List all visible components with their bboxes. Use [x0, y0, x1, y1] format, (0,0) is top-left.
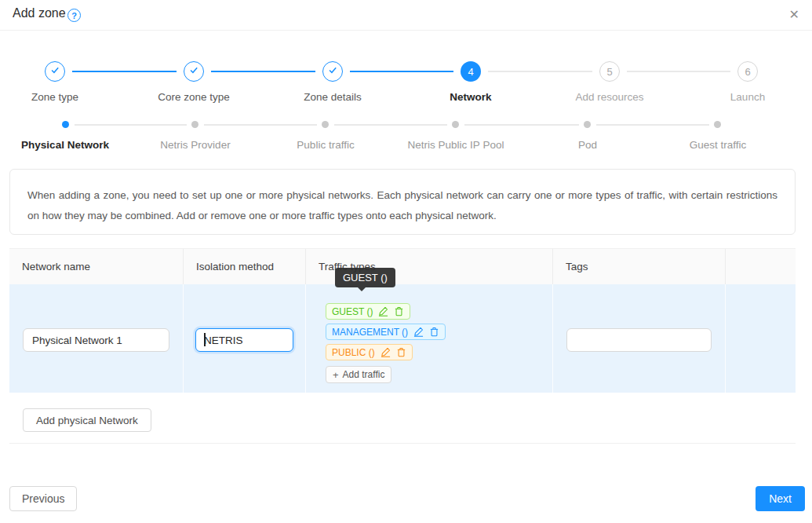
- check-icon: [327, 64, 338, 79]
- add-zone-dialog: Add zone ? ✕ 4 5 6 Zone type Core zone t…: [0, 0, 812, 523]
- check-icon: [188, 64, 199, 79]
- network-name-input[interactable]: [23, 328, 169, 352]
- substep-connector: [334, 124, 447, 126]
- add-traffic-label: Add traffic: [343, 369, 385, 380]
- substep-label: Netris Provider: [160, 139, 230, 151]
- substep-dot-netris-public-ip-pool: [452, 121, 459, 128]
- step-network[interactable]: 4: [461, 61, 481, 82]
- step-launch[interactable]: 6: [737, 61, 758, 82]
- traffic-type-label: MANAGEMENT (): [332, 327, 408, 338]
- traffic-types-cell: GUEST () MANAGEMENT (): [306, 284, 553, 393]
- substep-dot-guest-traffic: [714, 121, 721, 128]
- substep-label: Public traffic: [297, 139, 354, 151]
- step-connector: [211, 71, 315, 72]
- substep-connector: [204, 124, 317, 126]
- add-physical-network-button[interactable]: Add physical Network: [23, 408, 151, 432]
- step-label: Add resources: [575, 91, 643, 103]
- previous-button[interactable]: Previous: [9, 486, 77, 511]
- dialog-titlebar: Add zone ? ✕: [0, 0, 812, 31]
- substep-connector: [596, 124, 709, 126]
- step-zone-details[interactable]: [322, 61, 343, 82]
- substep-label: Netris Public IP Pool: [408, 139, 504, 151]
- trash-icon[interactable]: [429, 327, 439, 337]
- traffic-type-tag-public: PUBLIC (): [326, 344, 413, 360]
- table-footer: Add physical Network: [9, 393, 796, 444]
- tooltip-text: GUEST (): [343, 272, 388, 283]
- trash-icon[interactable]: [394, 306, 404, 316]
- step-label: Zone details: [304, 91, 362, 103]
- step-label: Core zone type: [158, 91, 230, 103]
- step-label: Zone type: [31, 91, 78, 103]
- traffic-type-label: GUEST (): [332, 306, 373, 317]
- substep-connector: [464, 124, 579, 126]
- edit-icon[interactable]: [413, 327, 424, 337]
- step-zone-type[interactable]: [45, 61, 65, 82]
- column-header-empty: [726, 249, 796, 284]
- next-button[interactable]: Next: [756, 486, 805, 511]
- column-header-tags: Tags: [553, 249, 726, 284]
- add-traffic-button[interactable]: + Add traffic: [326, 366, 391, 383]
- traffic-type-tag-guest: GUEST (): [326, 303, 410, 320]
- tags-input[interactable]: [566, 328, 712, 352]
- traffic-type-tag-management: MANAGEMENT (): [326, 324, 446, 340]
- column-header-isolation-method: Isolation method: [184, 249, 306, 284]
- substep-dot-netris-provider: [191, 121, 198, 128]
- column-header-network-name: Network name: [9, 249, 184, 284]
- substep-label: Pod: [578, 139, 597, 151]
- step-core-zone-type[interactable]: [184, 61, 204, 82]
- table-row: GUEST () MANAGEMENT (): [9, 284, 796, 393]
- row-actions-cell: [726, 284, 796, 393]
- guest-traffic-tooltip: GUEST (): [335, 268, 395, 287]
- table-header-row: Network name Isolation method Traffic ty…: [9, 248, 796, 284]
- page-title: Add zone: [13, 6, 66, 20]
- close-icon[interactable]: ✕: [789, 7, 799, 23]
- physical-network-table: Network name Isolation method Traffic ty…: [9, 248, 796, 444]
- substep-label: Physical Network: [21, 139, 109, 151]
- substep-dot-public-traffic: [322, 121, 329, 128]
- traffic-type-list: GUEST () MANAGEMENT (): [326, 303, 446, 383]
- substep-dot-physical-network: [62, 121, 69, 128]
- check-icon: [49, 64, 60, 79]
- network-name-cell: [9, 284, 184, 393]
- edit-icon[interactable]: [378, 306, 388, 316]
- step-connector: [72, 71, 177, 72]
- step-number: 6: [745, 66, 750, 78]
- text-cursor: [204, 333, 206, 346]
- tags-cell: [553, 284, 726, 393]
- isolation-method-input-wrapper: [195, 328, 293, 352]
- step-label: Launch: [730, 91, 765, 103]
- edit-icon[interactable]: [381, 347, 391, 357]
- trash-icon[interactable]: [396, 347, 406, 357]
- plus-icon: +: [333, 369, 339, 381]
- substep-dot-pod: [584, 121, 591, 128]
- question-circle-icon[interactable]: ?: [67, 9, 81, 22]
- step-connector: [488, 71, 592, 72]
- isolation-method-input[interactable]: [196, 329, 293, 351]
- step-number: 4: [468, 66, 473, 78]
- step-number: 5: [606, 66, 612, 78]
- isolation-method-cell: [184, 284, 306, 393]
- traffic-type-label: PUBLIC (): [332, 347, 375, 358]
- substep-connector: [75, 124, 187, 126]
- tooltip-arrow: [358, 287, 366, 295]
- step-connector: [627, 71, 730, 72]
- info-message: When adding a zone, you need to set up o…: [9, 169, 796, 235]
- step-connector: [350, 71, 453, 72]
- substep-label: Guest traffic: [690, 139, 747, 151]
- step-label: Network: [450, 91, 491, 103]
- step-add-resources[interactable]: 5: [599, 61, 620, 82]
